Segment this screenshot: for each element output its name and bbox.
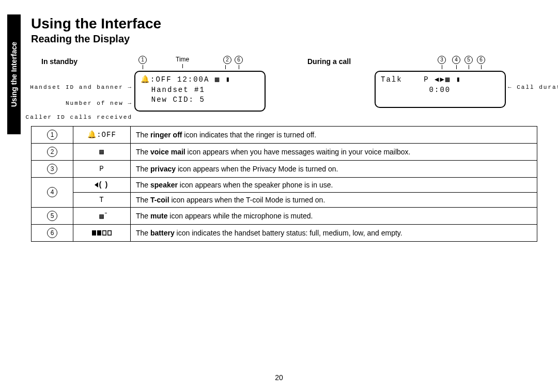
section-title: Reading the Display <box>31 33 542 45</box>
page-title: Using the Interface <box>31 15 542 32</box>
row-num-1: 1 <box>47 130 57 140</box>
time-label: Time <box>176 56 189 63</box>
mute-icon: ▩̄ <box>73 208 131 225</box>
row-desc-1: The ringer off icon indicates that the r… <box>131 126 537 143</box>
row-num-3: 3 <box>47 164 57 174</box>
marker-2: 2 <box>223 56 231 64</box>
lcd-standby-line1: 🔔:OFF 12:00A ▩ ▮ <box>141 75 259 85</box>
table-row: 5 ▩̄ The mute icon appears while the mic… <box>32 208 537 225</box>
table-row: 4 ( The speaker icon appears when the sp… <box>32 177 537 192</box>
standby-markers: In standby 1 Time 2 6 <box>134 55 264 71</box>
lcd-during-line2: 0:00 <box>381 85 500 96</box>
ringer-off-icon: 🔔:OFF <box>73 126 131 143</box>
row-num-2: 2 <box>47 147 57 157</box>
standby-block: In standby 1 Time 2 6 <box>36 55 271 112</box>
table-row: 3 P The privacy icon appears when the Pr… <box>32 160 537 177</box>
displays-row: In standby 1 Time 2 6 <box>31 55 542 112</box>
lcd-standby-line2: Handset #1 <box>141 85 259 96</box>
page-content: Using the Interface Reading the Display … <box>31 15 542 242</box>
table-row: T The T-coil icon appears when the T-coi… <box>32 193 537 208</box>
standby-lcd: 🔔:OFF 12:00A ▩ ▮ Handset #1 New CID: 5 H… <box>134 71 266 112</box>
marker-6b: 6 <box>477 56 485 64</box>
annot-new-cid-b: Caller ID calls received <box>26 114 132 120</box>
row-desc-2: The voice mail icon appears when you hav… <box>131 143 537 160</box>
marker-4: 4 <box>452 56 460 64</box>
icon-legend-table: 1 🔔:OFF The ringer off icon indicates th… <box>31 126 537 242</box>
table-row: 1 🔔:OFF The ringer off icon indicates th… <box>32 126 537 143</box>
privacy-icon: P <box>73 160 131 177</box>
during-block: During a call 3 4 5 6 <box>307 55 542 112</box>
tcoil-icon: T <box>73 193 131 208</box>
marker-6a: 6 <box>235 56 243 64</box>
row-num-5: 5 <box>47 211 57 221</box>
annot-handset-id: Handset ID and banner <box>30 84 132 91</box>
annot-call-duration: Call duration <box>508 84 558 91</box>
row-desc-3: The privacy icon appears when the Privac… <box>131 160 537 177</box>
speaker-icon: ( <box>73 177 131 192</box>
during-markers: During a call 3 4 5 6 <box>375 55 504 71</box>
marker-5: 5 <box>464 56 473 64</box>
voicemail-icon: ▩ <box>73 143 131 160</box>
battery-icon <box>73 225 131 242</box>
row-num-4: 4 <box>47 187 57 197</box>
lcd-during-line1: Talk P ◀▶▩ ▮ <box>381 75 500 85</box>
row-desc-6: The battery icon indicates the handset b… <box>131 225 537 242</box>
lcd-standby-line3: New CID: 5 <box>141 95 259 105</box>
row-desc-4a: The speaker icon appears when the speake… <box>131 177 537 192</box>
standby-label: In standby <box>41 57 78 66</box>
during-lcd: Talk P ◀▶▩ ▮ 0:00 Call duration <box>375 71 506 108</box>
annot-new-cid-a: Number of new <box>66 100 132 106</box>
row-num-6: 6 <box>47 228 57 238</box>
marker-3: 3 <box>438 56 446 64</box>
table-row: 6 The battery icon indicates the handset… <box>32 225 537 242</box>
marker-1: 1 <box>138 56 147 64</box>
table-row: 2 ▩ The voice mail icon appears when you… <box>32 143 537 160</box>
row-desc-4b: The T-coil icon appears when the T-coil … <box>131 193 537 208</box>
during-label: During a call <box>307 57 351 66</box>
page-number: 20 <box>0 373 558 382</box>
row-desc-5: The mute icon appears while the micropho… <box>131 208 537 225</box>
